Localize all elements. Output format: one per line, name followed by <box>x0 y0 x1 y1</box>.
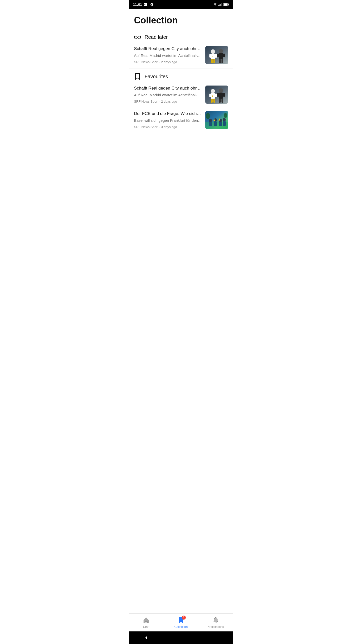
signal-icon <box>218 3 222 6</box>
news-meta: SRF News Sport · 2 days ago <box>134 100 202 103</box>
news-thumbnail-real-madrid-2: 4 <box>205 86 228 104</box>
nav-item-start[interactable]: Start <box>129 615 164 631</box>
page-title: Collection <box>134 15 228 26</box>
news-item-read-later-1[interactable]: Schafft Real gegen City auch ohne Siegga… <box>129 43 233 68</box>
news-meta: SRF News Sport · 2 days ago <box>134 60 202 64</box>
svg-point-20 <box>219 49 223 53</box>
svg-rect-39 <box>221 99 223 103</box>
svg-rect-32 <box>211 99 213 103</box>
svg-rect-5 <box>219 5 220 6</box>
page-header: Collection <box>129 9 233 29</box>
system-navigation <box>129 631 233 644</box>
svg-point-43 <box>209 119 212 122</box>
status-right <box>213 3 229 6</box>
svg-text:P: P <box>151 4 152 6</box>
svg-rect-46 <box>214 122 217 126</box>
thumbnail-image: 4 <box>205 86 228 104</box>
svg-rect-19 <box>213 59 215 63</box>
bookmark-nav-icon-wrap: 1 <box>177 617 185 624</box>
nav-label-collection: Collection <box>174 625 188 629</box>
svg-point-56 <box>215 617 216 618</box>
svg-marker-57 <box>145 636 147 640</box>
home-icon <box>143 617 150 624</box>
battery-icon <box>223 3 229 6</box>
svg-text:4: 4 <box>212 95 213 97</box>
news-thumbnail-fcb <box>205 111 228 129</box>
news-thumbnail-real-madrid-1: 4 <box>205 46 228 64</box>
news-title: Der FCB und die Frage: Wie sicher ist ei… <box>134 111 202 116</box>
svg-rect-44 <box>209 122 212 126</box>
news-content: Der FCB und die Frage: Wie sicher ist ei… <box>134 111 202 129</box>
svg-rect-17 <box>215 54 217 58</box>
glasses-icon <box>134 33 141 41</box>
time-display: 11:01 <box>133 3 142 7</box>
news-subtitle: Auf Real Madrid wartet im Achtelfinal-Rü… <box>134 53 202 58</box>
news-subtitle: Basel will sich gegen Frankfurt für den … <box>134 118 202 123</box>
svg-rect-23 <box>223 54 225 57</box>
bottom-navigation: Start 1 Collection Notifications <box>129 613 233 631</box>
news-title: Schafft Real gegen City auch ohne Siegga… <box>134 86 202 91</box>
news-item-favourites-1[interactable]: Schafft Real gegen City auch ohne Siegga… <box>129 83 233 108</box>
svg-point-53 <box>206 113 210 119</box>
read-later-title: Read later <box>145 34 168 40</box>
svg-rect-36 <box>217 93 219 97</box>
collection-badge: 1 <box>182 616 186 620</box>
svg-point-14 <box>211 49 215 54</box>
thumbnail-image: 4 <box>205 46 228 64</box>
nav-label-start: Start <box>143 625 149 629</box>
svg-point-49 <box>223 118 226 122</box>
svg-rect-10 <box>229 4 229 5</box>
svg-rect-25 <box>221 59 223 63</box>
svg-rect-38 <box>219 99 221 103</box>
news-meta: SRF News Sport · 3 days ago <box>134 125 202 129</box>
read-later-section-header: Read later <box>129 29 233 43</box>
nav-label-notifications: Notifications <box>207 625 224 629</box>
pocket-icon: P <box>150 3 154 6</box>
bell-icon-wrap <box>212 617 219 624</box>
svg-point-54 <box>224 113 227 118</box>
status-bar: 11:01 P <box>129 0 233 9</box>
svg-rect-31 <box>215 94 217 97</box>
news-item-favourites-2[interactable]: Der FCB und die Frage: Wie sicher ist ei… <box>129 108 233 133</box>
svg-rect-7 <box>221 3 222 6</box>
svg-rect-21 <box>219 53 223 59</box>
favourites-section-header: Favourites <box>129 68 233 83</box>
svg-point-34 <box>219 88 223 93</box>
recent-button[interactable] <box>212 634 219 641</box>
svg-text:4: 4 <box>212 55 213 58</box>
back-button[interactable] <box>143 634 150 641</box>
svg-rect-24 <box>219 59 221 63</box>
svg-rect-37 <box>223 93 225 97</box>
svg-rect-35 <box>219 93 223 99</box>
nav-item-collection[interactable]: 1 Collection <box>164 615 198 631</box>
svg-rect-48 <box>219 122 222 126</box>
svg-rect-33 <box>213 99 215 103</box>
bookmark-icon <box>134 73 141 80</box>
nav-item-notifications[interactable]: Notifications <box>198 615 233 631</box>
bottom-spacer <box>129 133 233 166</box>
svg-rect-4 <box>218 5 219 6</box>
svg-rect-1 <box>144 4 145 5</box>
svg-point-11 <box>134 36 137 39</box>
news-subtitle: Auf Real Madrid wartet im Achtelfinal-Rü… <box>134 93 202 98</box>
home-icon-wrap <box>143 617 150 624</box>
svg-point-28 <box>211 89 215 93</box>
svg-rect-6 <box>220 4 221 6</box>
svg-point-12 <box>138 36 141 39</box>
news-title: Schafft Real gegen City auch ohne Siegga… <box>134 46 202 52</box>
wifi-icon <box>213 3 217 6</box>
svg-rect-50 <box>223 121 226 126</box>
svg-rect-30 <box>209 94 211 97</box>
sim-card-icon <box>144 3 148 6</box>
home-button[interactable] <box>177 634 185 641</box>
news-content: Schafft Real gegen City auch ohne Siegga… <box>134 46 202 64</box>
svg-rect-9 <box>224 4 228 6</box>
bell-icon <box>212 617 219 624</box>
svg-rect-22 <box>217 54 219 57</box>
thumbnail-image <box>205 111 228 129</box>
status-left: 11:01 P <box>133 3 154 7</box>
news-content: Schafft Real gegen City auch ohne Siegga… <box>134 86 202 103</box>
svg-rect-55 <box>145 622 147 623</box>
favourites-title: Favourites <box>145 74 168 79</box>
svg-rect-18 <box>211 59 213 63</box>
